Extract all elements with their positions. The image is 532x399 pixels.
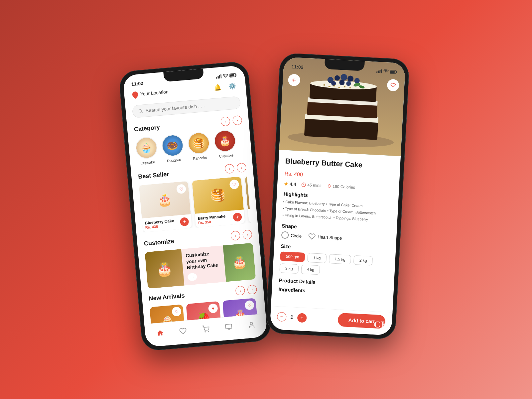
wifi-icon-right xyxy=(383,69,389,74)
svg-rect-36 xyxy=(338,87,340,88)
card-truffle[interactable]: 🍰 Truf... Rs. 4... xyxy=(245,176,251,223)
svg-point-8 xyxy=(205,331,205,332)
calories-value: 180 Calories xyxy=(332,184,355,190)
svg-point-28 xyxy=(347,75,354,82)
category-item-pancake[interactable]: 🥞 Pancake xyxy=(187,132,211,161)
nav-orders[interactable] xyxy=(220,320,237,334)
shape-section: Shape Circle Heart Shape xyxy=(281,223,390,244)
bestseller-cards: 🎂 ♡ Blueberry Cake Rs. 430 + xyxy=(139,176,251,232)
new-arrivals-nav: ‹ › xyxy=(235,285,257,296)
star-icon: ★ xyxy=(284,181,289,187)
size-3kg[interactable]: 3 kg xyxy=(279,264,299,274)
search-input[interactable] xyxy=(145,100,235,113)
customize-nav: ‹ › xyxy=(230,229,252,240)
svg-rect-10 xyxy=(225,324,232,329)
battery-icon xyxy=(229,73,237,78)
svg-rect-38 xyxy=(349,87,351,88)
add-berry-btn[interactable]: + xyxy=(233,212,242,222)
new-arrivals-prev[interactable]: ‹ xyxy=(235,286,245,296)
blueberry-cake-img: 🎂 ♡ xyxy=(139,181,191,219)
size-2kg[interactable]: 2 kg xyxy=(353,255,373,266)
qty-value: 1 xyxy=(290,314,294,320)
customize-section: Customize ‹ › 🎂 Customize your own Birth… xyxy=(144,229,256,289)
fire-icon xyxy=(327,184,332,189)
bestseller-next[interactable]: › xyxy=(236,163,246,173)
cart-icon xyxy=(202,325,210,333)
size-1kg[interactable]: 1 kg xyxy=(307,253,327,263)
qty-decrease[interactable]: − xyxy=(277,312,287,321)
svg-line-7 xyxy=(142,112,143,113)
category-item-cupcake[interactable]: 🧁 Cupcake xyxy=(135,136,159,165)
new-arrivals-next[interactable]: › xyxy=(247,285,257,295)
ingredients-section: Ingredients xyxy=(278,286,387,298)
svg-rect-37 xyxy=(344,86,345,87)
truffle-img: 🍰 xyxy=(245,176,251,209)
location-left: Your Location xyxy=(132,89,169,98)
size-500gm[interactable]: 500 gm xyxy=(280,252,305,262)
heart-shape-icon xyxy=(308,233,316,240)
time-left: 11:02 xyxy=(131,80,143,87)
left-content: Your Location 🔔 ⚙️ Category ‹ xyxy=(124,79,267,337)
home-icon xyxy=(156,329,164,337)
card-berry-pancake[interactable]: 🥞 ♡ Berry Pancake Rs. 350 + xyxy=(192,177,245,228)
signal-icon xyxy=(216,74,222,79)
shape-circle[interactable]: Circle xyxy=(281,231,302,240)
price-currency: Rs. xyxy=(284,171,294,177)
customize-banner[interactable]: 🎂 Customize your own Birthday Cake → 🎂 xyxy=(145,243,256,289)
search-bar[interactable] xyxy=(132,96,241,118)
add-blueberry-btn[interactable]: + xyxy=(180,217,189,226)
settings-icon[interactable]: ⚙️ xyxy=(226,80,238,92)
nav-favorites[interactable] xyxy=(175,324,191,338)
category-label-pancake: Pancake xyxy=(193,155,207,161)
svg-point-27 xyxy=(340,74,347,81)
nav-home[interactable] xyxy=(152,326,168,340)
dougnut-img: 🍩 xyxy=(161,134,184,157)
svg-rect-0 xyxy=(216,77,217,79)
customize-arrow-btn[interactable]: → xyxy=(187,273,197,281)
rating: ★ 4.4 xyxy=(284,181,296,187)
location-pin-icon xyxy=(131,90,139,99)
svg-rect-33 xyxy=(324,84,325,85)
circle-label: Circle xyxy=(291,233,302,239)
location-icons: 🔔 ⚙️ xyxy=(212,80,238,93)
bestseller-prev[interactable]: ‹ xyxy=(224,164,234,174)
size-4kg[interactable]: 4 kg xyxy=(301,265,320,275)
berry-pancake-img: 🥞 ♡ xyxy=(192,177,244,214)
svg-rect-15 xyxy=(381,69,382,73)
highlights-list: • Cake Flavour: Blueberry • Type of Cake… xyxy=(282,199,392,224)
category-item-cupcake2[interactable]: 🎂 Cupcake xyxy=(213,129,237,159)
battery-icon-right xyxy=(390,70,397,74)
status-icons-right xyxy=(376,69,397,74)
right-phone-screen: 11:02 xyxy=(270,57,405,335)
svg-rect-3 xyxy=(220,74,222,78)
category-title: Category xyxy=(134,124,160,133)
location-text: Your Location xyxy=(140,89,169,97)
customize-middle: Customize your own Birthday Cake → xyxy=(181,245,226,286)
category-prev[interactable]: ‹ xyxy=(220,116,230,126)
card-truffle-name: Truf... xyxy=(251,210,251,216)
size-1-5kg[interactable]: 1.5 kg xyxy=(329,254,351,264)
customize-next[interactable]: › xyxy=(242,229,252,239)
nav-cart[interactable] xyxy=(198,322,214,336)
svg-rect-35 xyxy=(333,85,335,86)
bestseller-nav: ‹ › xyxy=(224,163,246,174)
qty-control: − 1 + xyxy=(277,312,307,323)
svg-rect-1 xyxy=(217,76,219,79)
wifi-icon xyxy=(222,74,228,78)
svg-rect-12 xyxy=(376,71,377,73)
notification-icon[interactable]: 🔔 xyxy=(212,81,224,93)
customize-prev[interactable]: ‹ xyxy=(230,231,240,241)
ingredients-title: Ingredients xyxy=(278,286,387,298)
shape-heart[interactable]: Heart Shape xyxy=(308,233,342,242)
card-blueberry-cake[interactable]: 🎂 ♡ Blueberry Cake Rs. 430 + xyxy=(139,181,192,232)
category-next[interactable]: › xyxy=(232,115,242,125)
customize-text: Customize your own Birthday Cake xyxy=(186,250,221,271)
category-item-dougnut[interactable]: 🍩 Dougnut xyxy=(161,134,185,163)
signal-icon-right xyxy=(376,69,382,73)
nav-profile[interactable] xyxy=(243,318,260,332)
svg-rect-34 xyxy=(329,86,331,87)
card-truffle-body: Truf... Rs. 4... xyxy=(248,207,251,223)
time-value: 45 mins xyxy=(307,183,322,188)
bestseller-title: Best Seller xyxy=(138,171,169,180)
qty-increase[interactable]: + xyxy=(297,313,307,323)
